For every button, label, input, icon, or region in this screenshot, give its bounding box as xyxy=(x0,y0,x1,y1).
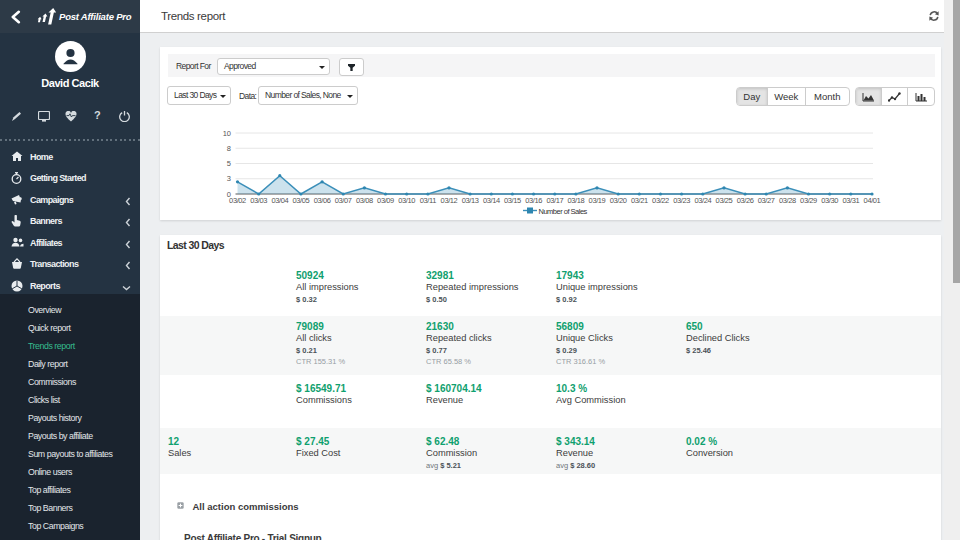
svg-text:03/07: 03/07 xyxy=(335,196,352,205)
svg-text:03/17: 03/17 xyxy=(546,196,563,205)
svg-text:03/08: 03/08 xyxy=(356,196,373,205)
svg-text:03/26: 03/26 xyxy=(737,196,754,205)
svg-text:03/27: 03/27 xyxy=(758,196,775,205)
svg-text:03/25: 03/25 xyxy=(716,196,733,205)
svg-text:03/28: 03/28 xyxy=(779,196,796,205)
svg-text:03/10: 03/10 xyxy=(398,196,415,205)
svg-text:03/04: 03/04 xyxy=(271,196,288,205)
svg-text:03/18: 03/18 xyxy=(568,196,585,205)
svg-text:3: 3 xyxy=(227,174,231,183)
svg-text:03/21: 03/21 xyxy=(631,196,648,205)
svg-text:03/15: 03/15 xyxy=(504,196,521,205)
svg-text:03/05: 03/05 xyxy=(293,196,310,205)
svg-text:03/29: 03/29 xyxy=(800,196,817,205)
svg-text:04/01: 04/01 xyxy=(864,196,881,205)
svg-text:03/20: 03/20 xyxy=(610,196,627,205)
svg-text:03/30: 03/30 xyxy=(821,196,838,205)
svg-text:03/23: 03/23 xyxy=(673,196,690,205)
svg-text:03/24: 03/24 xyxy=(694,196,711,205)
svg-text:03/02: 03/02 xyxy=(229,196,246,205)
svg-text:03/31: 03/31 xyxy=(842,196,859,205)
svg-text:03/12: 03/12 xyxy=(441,196,458,205)
svg-text:03/06: 03/06 xyxy=(314,196,331,205)
svg-text:03/22: 03/22 xyxy=(652,196,669,205)
svg-text:03/16: 03/16 xyxy=(525,196,542,205)
svg-text:5: 5 xyxy=(227,159,231,168)
svg-text:03/13: 03/13 xyxy=(462,196,479,205)
svg-text:03/11: 03/11 xyxy=(420,196,436,205)
svg-text:03/14: 03/14 xyxy=(483,196,500,205)
svg-text:8: 8 xyxy=(227,144,231,153)
svg-text:Number of Sales: Number of Sales xyxy=(539,207,588,216)
svg-text:03/03: 03/03 xyxy=(250,196,267,205)
svg-text:03/09: 03/09 xyxy=(377,196,394,205)
svg-text:03/19: 03/19 xyxy=(589,196,606,205)
svg-text:10: 10 xyxy=(223,129,231,138)
